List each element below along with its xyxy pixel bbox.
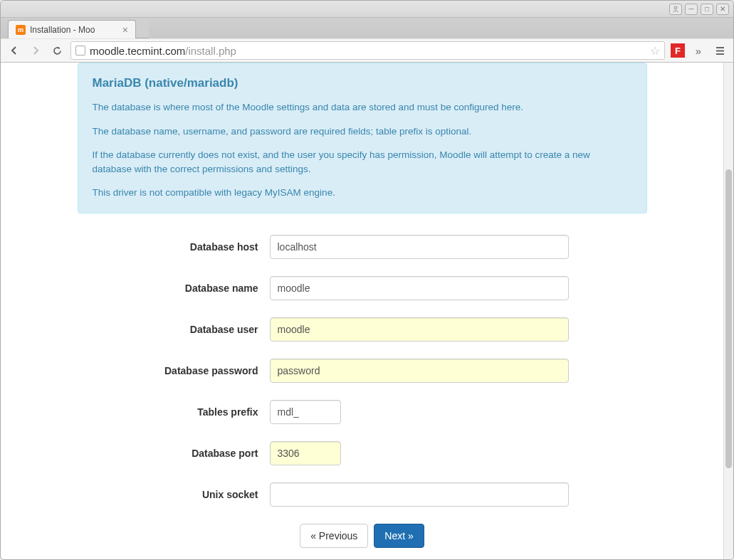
address-bar-row: moodle.tecmint.com/install.php ☆ F »	[1, 38, 733, 63]
maximize-icon: □	[705, 5, 709, 13]
page-icon	[75, 46, 85, 56]
label-db-user: Database user	[92, 324, 270, 335]
field-db-port: Database port	[92, 441, 633, 465]
input-db-password[interactable]	[270, 359, 569, 383]
nav-forward-button[interactable]	[28, 43, 43, 58]
hamburger-icon	[715, 46, 725, 56]
minimize-icon: ─	[688, 5, 693, 13]
url-domain: moodle.tecmint.com	[90, 45, 185, 57]
arrow-left-icon	[9, 46, 19, 56]
user-menu-button[interactable]	[669, 4, 682, 15]
window-titlebar: ─ □ ✕	[1, 1, 733, 18]
extensions-overflow-button[interactable]: »	[691, 43, 706, 58]
field-db-host: Database host	[92, 235, 633, 259]
bookmark-star-icon[interactable]: ☆	[650, 44, 660, 58]
field-unix-socket: Unix socket	[92, 482, 633, 507]
input-tables-prefix[interactable]	[270, 400, 341, 424]
input-unix-socket[interactable]	[270, 482, 569, 507]
window-minimize-button[interactable]: ─	[685, 4, 698, 15]
nav-back-button[interactable]	[6, 43, 22, 58]
input-db-port[interactable]	[270, 441, 341, 465]
info-text: This driver is not compatible with legac…	[93, 186, 632, 200]
url-path: /install.php	[185, 45, 236, 57]
window-frame: ─ □ ✕ m Installation - Moo ×	[0, 0, 734, 560]
form-actions: « Previous Next »	[92, 524, 633, 548]
installer-content: MariaDB (native/mariadb) The database is…	[78, 63, 647, 548]
tab-title: Installation - Moo	[30, 25, 118, 35]
next-button[interactable]: Next »	[374, 524, 424, 548]
info-panel-title: MariaDB (native/mariadb)	[93, 76, 632, 90]
page-content: MariaDB (native/mariadb) The database is…	[1, 63, 723, 559]
field-db-password: Database password	[92, 359, 633, 383]
input-db-name[interactable]	[270, 276, 569, 300]
browser-chrome: m Installation - Moo × moodle.tecmint.co…	[1, 18, 733, 63]
browser-menu-button[interactable]	[712, 43, 728, 58]
field-db-name: Database name	[92, 276, 633, 300]
field-tables-prefix: Tables prefix	[92, 400, 633, 424]
label-unix-socket: Unix socket	[92, 489, 270, 500]
page-viewport: MariaDB (native/mariadb) The database is…	[1, 63, 733, 559]
label-db-host: Database host	[92, 241, 270, 253]
info-text: If the database currently does not exist…	[93, 148, 632, 176]
input-db-host[interactable]	[270, 235, 569, 259]
moodle-favicon-icon: m	[16, 25, 26, 35]
vertical-scrollbar[interactable]	[723, 63, 733, 559]
window-close-button[interactable]: ✕	[716, 4, 729, 15]
tab-strip-spacer	[136, 20, 149, 38]
field-db-user: Database user	[92, 317, 633, 342]
info-panel: MariaDB (native/mariadb) The database is…	[78, 63, 647, 213]
scrollbar-thumb[interactable]	[725, 169, 732, 468]
arrow-right-icon	[31, 46, 41, 56]
nav-reload-button[interactable]	[49, 43, 65, 58]
db-settings-form: Database host Database name Database use…	[78, 235, 647, 548]
url-text: moodle.tecmint.com/install.php	[90, 45, 236, 57]
user-icon	[672, 6, 679, 13]
close-icon: ✕	[720, 5, 725, 13]
reload-icon	[52, 46, 63, 56]
window-maximize-button[interactable]: □	[701, 4, 713, 15]
tab-close-icon[interactable]: ×	[122, 24, 128, 36]
label-db-password: Database password	[92, 365, 270, 376]
input-db-user[interactable]	[270, 317, 569, 342]
omnibox[interactable]: moodle.tecmint.com/install.php ☆	[70, 41, 665, 60]
info-text: The database is where most of the Moodle…	[93, 100, 632, 115]
previous-button[interactable]: « Previous	[300, 524, 368, 548]
label-db-name: Database name	[92, 282, 270, 294]
label-db-port: Database port	[92, 448, 270, 459]
tab-strip: m Installation - Moo ×	[1, 18, 733, 38]
info-text: The database name, username, and passwor…	[93, 125, 632, 139]
label-tables-prefix: Tables prefix	[92, 406, 270, 418]
svg-point-0	[674, 6, 677, 9]
flipboard-extension-icon[interactable]: F	[671, 43, 685, 58]
browser-tab[interactable]: m Installation - Moo ×	[8, 20, 136, 38]
